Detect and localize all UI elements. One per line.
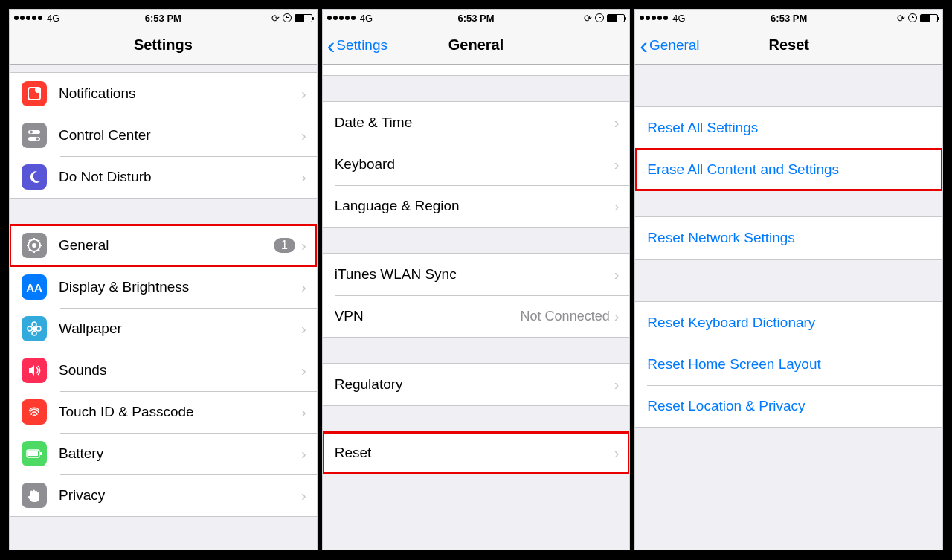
row-date-time[interactable]: Date & Time › bbox=[323, 102, 630, 144]
general-group-4: Reset › bbox=[323, 431, 630, 474]
row-label: Control Center bbox=[59, 127, 301, 144]
chevron-right-icon: › bbox=[614, 156, 620, 173]
moon-icon bbox=[22, 164, 47, 190]
row-label: Keyboard bbox=[335, 156, 614, 173]
page-title: Settings bbox=[10, 36, 317, 54]
row-reset-keyboard[interactable]: Reset Keyboard Dictionary bbox=[635, 302, 942, 344]
chevron-right-icon: › bbox=[614, 308, 620, 325]
svg-point-18 bbox=[32, 331, 36, 335]
row-reset-location[interactable]: Reset Location & Privacy bbox=[635, 385, 942, 427]
row-label: Reset Network Settings bbox=[647, 230, 932, 246]
chevron-right-icon: › bbox=[614, 115, 620, 132]
battery-icon bbox=[295, 14, 312, 22]
row-label: Do Not Disturb bbox=[59, 169, 301, 185]
screen-general: 4G 6:53 PM ⟳ ‹ Settings General Date & T… bbox=[322, 9, 631, 550]
chevron-right-icon: › bbox=[301, 86, 306, 103]
row-label: Regulatory bbox=[335, 376, 614, 393]
hand-icon bbox=[22, 483, 47, 508]
chevron-right-icon: › bbox=[301, 279, 306, 296]
row-itunes-sync[interactable]: iTunes WLAN Sync › bbox=[323, 254, 630, 295]
notification-icon bbox=[22, 81, 47, 106]
row-label: Sounds bbox=[59, 362, 301, 379]
chevron-right-icon: › bbox=[301, 127, 306, 144]
row-wallpaper[interactable]: Wallpaper › bbox=[10, 308, 317, 350]
partial-row bbox=[323, 65, 630, 75]
row-battery[interactable]: Battery › bbox=[10, 433, 317, 474]
status-bar: 4G 6:53 PM ⟳ bbox=[635, 10, 942, 26]
svg-point-16 bbox=[32, 326, 36, 331]
row-label: Date & Time bbox=[335, 115, 614, 131]
chevron-right-icon: › bbox=[301, 445, 306, 463]
battery-icon bbox=[920, 14, 938, 22]
battery-icon bbox=[607, 14, 625, 22]
svg-rect-23 bbox=[40, 452, 42, 455]
row-detail: Not Connected bbox=[521, 309, 610, 324]
row-label: Reset Home Screen Layout bbox=[647, 356, 932, 373]
svg-point-20 bbox=[36, 326, 41, 331]
chevron-right-icon: › bbox=[614, 266, 620, 283]
row-label: Privacy bbox=[59, 487, 301, 503]
partial-group bbox=[323, 65, 630, 76]
row-reset-home[interactable]: Reset Home Screen Layout bbox=[635, 344, 942, 385]
row-sounds[interactable]: Sounds › bbox=[10, 350, 317, 391]
svg-point-5 bbox=[36, 138, 39, 141]
toggles-icon bbox=[22, 123, 47, 148]
speaker-icon bbox=[22, 358, 47, 383]
chevron-right-icon: › bbox=[301, 487, 306, 504]
svg-point-19 bbox=[28, 326, 32, 331]
svg-line-15 bbox=[38, 240, 39, 242]
nav-bar: Settings bbox=[10, 26, 317, 65]
svg-line-13 bbox=[38, 249, 39, 251]
status-bar: 4G 6:53 PM ⟳ bbox=[10, 10, 317, 26]
row-label: Erase All Content and Settings bbox=[647, 161, 932, 178]
row-notifications[interactable]: Notifications › bbox=[10, 73, 317, 115]
row-reset-all-settings[interactable]: Reset All Settings bbox=[635, 107, 942, 149]
chevron-right-icon: › bbox=[301, 362, 306, 379]
status-bar: 4G 6:53 PM ⟳ bbox=[323, 10, 630, 26]
row-control-center[interactable]: Control Center › bbox=[10, 115, 317, 156]
svg-rect-22 bbox=[28, 451, 38, 456]
row-label: Notifications bbox=[59, 86, 301, 102]
general-group-1: Date & Time › Keyboard › Language & Regi… bbox=[323, 101, 630, 228]
row-label: General bbox=[59, 237, 274, 254]
general-group-2: iTunes WLAN Sync › VPN Not Connected › bbox=[323, 253, 630, 338]
row-privacy[interactable]: Privacy › bbox=[10, 474, 317, 516]
gear-icon bbox=[22, 233, 47, 258]
rotation-lock-icon: ⟳ bbox=[584, 13, 592, 24]
row-label: Battery bbox=[59, 445, 301, 462]
settings-group-1: Notifications › Control Center › Do Not … bbox=[10, 72, 317, 199]
rotation-lock-icon: ⟳ bbox=[271, 13, 280, 24]
row-erase-all[interactable]: Erase All Content and Settings bbox=[635, 149, 942, 190]
row-label: Language & Region bbox=[335, 198, 614, 214]
row-general[interactable]: General 1 › bbox=[10, 225, 317, 266]
chevron-right-icon: › bbox=[301, 169, 306, 186]
chevron-right-icon: › bbox=[614, 445, 620, 462]
row-vpn[interactable]: VPN Not Connected › bbox=[323, 295, 630, 337]
svg-point-3 bbox=[30, 131, 33, 134]
nav-bar: ‹ Settings General bbox=[323, 26, 630, 65]
svg-line-14 bbox=[29, 249, 30, 251]
row-label: Reset bbox=[335, 445, 614, 461]
alarm-icon bbox=[908, 13, 917, 22]
row-reset-network[interactable]: Reset Network Settings bbox=[635, 217, 942, 259]
row-regulatory[interactable]: Regulatory › bbox=[323, 364, 630, 405]
row-label: VPN bbox=[335, 308, 521, 324]
row-label: Display & Brightness bbox=[59, 279, 301, 295]
row-label: Reset Keyboard Dictionary bbox=[647, 315, 932, 331]
svg-point-7 bbox=[32, 243, 36, 248]
row-touchid[interactable]: Touch ID & Passcode › bbox=[10, 391, 317, 433]
row-dnd[interactable]: Do Not Disturb › bbox=[10, 156, 317, 198]
general-group-3: Regulatory › bbox=[323, 363, 630, 406]
row-display[interactable]: AA Display & Brightness › bbox=[10, 266, 317, 308]
reset-group-1: Reset All Settings Erase All Content and… bbox=[635, 106, 942, 191]
alarm-icon bbox=[595, 13, 604, 22]
row-keyboard[interactable]: Keyboard › bbox=[323, 144, 630, 185]
settings-group-2: General 1 › AA Display & Brightness › Wa… bbox=[10, 224, 317, 517]
alarm-icon bbox=[283, 13, 292, 22]
flower-icon bbox=[22, 316, 47, 341]
chevron-right-icon: › bbox=[301, 404, 306, 421]
row-language[interactable]: Language & Region › bbox=[323, 185, 630, 227]
reset-group-3: Reset Keyboard Dictionary Reset Home Scr… bbox=[635, 301, 942, 428]
row-reset[interactable]: Reset › bbox=[323, 432, 630, 474]
rotation-lock-icon: ⟳ bbox=[897, 13, 905, 24]
